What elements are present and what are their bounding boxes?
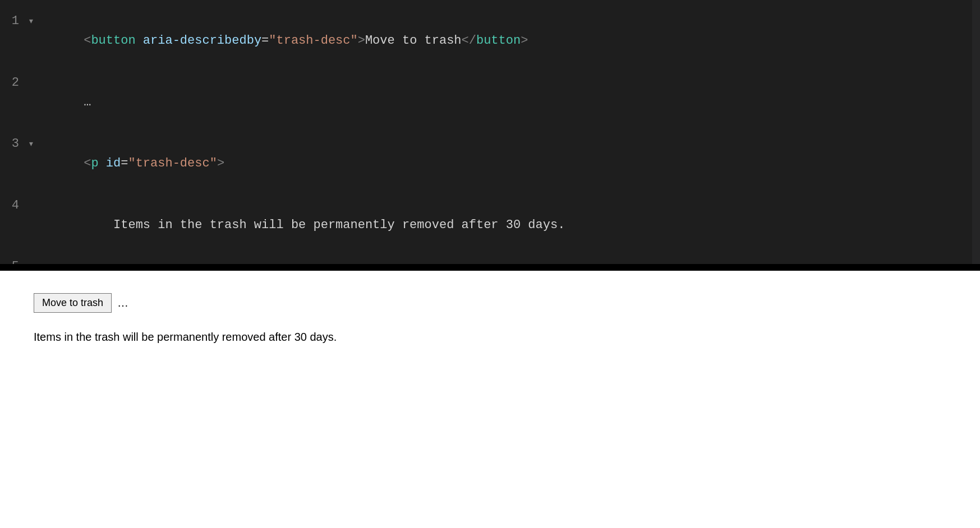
line-content-5: </p> [37,257,113,264]
line-arrow-1: ▾ [28,13,37,30]
p-open-bracket: < [84,156,91,170]
line-arrow-5 [28,259,37,264]
p-tag-name: p [91,156,98,170]
line-content-2: … [37,73,91,132]
line-number-5: 5 [0,257,28,264]
equals: = [261,34,269,48]
line-number-1: 1 [0,11,28,31]
line-number-3: 3 [0,134,28,154]
line-arrow-3: ▾ [28,136,37,152]
space [136,34,143,48]
close-tag-bracket: > [521,34,528,48]
p-equals: = [121,156,128,170]
move-to-trash-button[interactable]: Move to trash [34,293,112,313]
line-number-4: 4 [0,196,28,215]
scrollbar[interactable] [972,0,980,264]
trash-desc-id-value: "trash-desc" [128,156,217,170]
code-line-2: 2 … [0,72,980,133]
p-space [99,156,106,170]
line-arrow-2 [28,75,37,91]
code-panel: 1 ▾ <button aria-describedby="trash-desc… [0,0,980,264]
code-line-5: 5 </p> [0,256,980,264]
preview-button-row: Move to trash … [34,293,946,313]
line-content-1: <button aria-describedby="trash-desc">Mo… [37,11,528,71]
line-number-2: 2 [0,73,28,92]
tag-close-bracket: > [358,34,365,48]
aria-describedby-attr: aria-describedby [143,34,261,48]
button-tag-name: button [91,34,135,48]
id-attr: id [106,156,121,170]
preview-description: Items in the trash will be permanently r… [34,328,946,345]
close-tag-open: </ [462,34,476,48]
line-4-indent [84,218,113,232]
tag-open-bracket: < [84,34,91,48]
ellipsis-2: … [84,95,91,109]
preview-ellipsis: … [117,297,128,309]
line-content-4: Items in the trash will be permanently r… [37,196,565,255]
panel-divider [0,264,980,271]
p-close-bracket: > [217,156,224,170]
code-line-1: 1 ▾ <button aria-describedby="trash-desc… [0,10,980,72]
trash-desc-value: "trash-desc" [269,34,357,48]
button-close-tag-name: button [476,34,521,48]
code-line-3: 3 ▾ <p id="trash-desc"> [0,133,980,194]
code-line-4: 4 Items in the trash will be permanently… [0,194,980,256]
preview-panel: Move to trash … Items in the trash will … [0,271,980,528]
line-arrow-4 [28,198,37,214]
button-text: Move to trash [365,34,462,48]
p-text-content: Items in the trash will be permanently r… [113,218,565,232]
line-content-3: <p id="trash-desc"> [37,134,224,193]
